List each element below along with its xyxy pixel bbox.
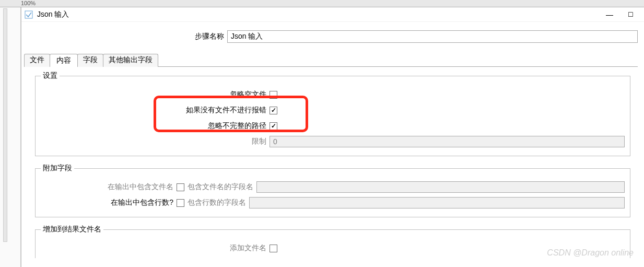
left-gutter (0, 7, 21, 267)
dialog-icon (25, 10, 33, 19)
row-include-filename: 在输出中包含文件名 包含文件名的字段名 (41, 179, 625, 195)
checkbox-include-filename[interactable] (177, 183, 184, 191)
dialog-titlebar: Json 输入 — ☐ (21, 7, 644, 22)
checkbox-ignore-empty-file[interactable] (270, 91, 277, 99)
label-limit: 限制 (41, 137, 270, 146)
row-ignore-empty-file: 忽略空文件 (41, 87, 625, 102)
tab-fields[interactable]: 字段 (77, 54, 103, 67)
group-settings-legend: 设置 (41, 71, 60, 80)
tabstrip: 文件 内容 字段 其他输出字段 (25, 53, 638, 67)
label-include-rownum: 在输出中包含行数? (41, 198, 177, 207)
tab-file[interactable]: 文件 (24, 54, 50, 67)
stepname-label: 步骤名称 (195, 32, 224, 41)
json-input-dialog: Json 输入 — ☐ 步骤名称 文件 内容 字段 其他输出字段 设置 忽略空文… (21, 7, 644, 267)
sublabel-rownum-fieldname: 包含行数的字段名 (188, 198, 246, 207)
label-add-filename: 添加文件名 (41, 243, 270, 253)
label-include-filename: 在输出中包含文件名 (41, 182, 177, 192)
sublabel-filename-fieldname: 包含文件名的字段名 (188, 182, 253, 192)
tab-other-output[interactable]: 其他输出字段 (103, 54, 158, 67)
label-ignore-empty-file: 忽略空文件 (41, 90, 270, 99)
label-no-error-if-no-file: 如果没有文件不进行报错 (41, 106, 270, 115)
label-ignore-incomplete-path: 忽略不完整的路径 (41, 121, 270, 131)
checkbox-add-filename[interactable] (270, 245, 277, 252)
group-additional-fields: 附加字段 在输出中包含文件名 包含文件名的字段名 在输出中包含行数? 包含行数的… (35, 164, 630, 217)
row-ignore-incomplete-path: 忽略不完整的路径 (41, 118, 625, 134)
stepname-input[interactable] (227, 30, 638, 43)
stepname-row: 步骤名称 (28, 30, 638, 43)
gutter-bar (3, 8, 7, 242)
input-rownum-fieldname[interactable] (249, 197, 625, 208)
tab-body-content: 设置 忽略空文件 如果没有文件不进行报错 忽略不完整的路径 限制 (28, 67, 638, 262)
group-add-result: 增加到结果文件名 添加文件名 (35, 225, 630, 258)
checkbox-no-error-if-no-file[interactable] (270, 107, 277, 114)
minimize-button[interactable]: — (599, 7, 620, 22)
checkbox-include-rownum[interactable] (177, 199, 184, 207)
checkbox-ignore-incomplete-path[interactable] (270, 122, 277, 130)
parent-toolbar-fragment: 100% (0, 0, 644, 7)
row-include-rownum: 在输出中包含行数? 包含行数的字段名 (41, 195, 625, 211)
row-no-error-if-no-file: 如果没有文件不进行报错 (41, 102, 625, 118)
group-additional-legend: 附加字段 (41, 164, 74, 173)
maximize-button[interactable]: ☐ (620, 7, 641, 22)
input-limit[interactable] (270, 136, 625, 147)
row-add-filename: 添加文件名 (41, 240, 625, 256)
dialog-content: 步骤名称 文件 内容 字段 其他输出字段 设置 忽略空文件 如果没有文件不进行报… (21, 22, 644, 262)
zoom-fragment: 100% (21, 0, 36, 6)
group-add-result-legend: 增加到结果文件名 (41, 225, 103, 234)
tab-content[interactable]: 内容 (50, 54, 78, 67)
input-filename-fieldname[interactable] (256, 181, 625, 193)
row-limit: 限制 (41, 134, 625, 149)
group-settings: 设置 忽略空文件 如果没有文件不进行报错 忽略不完整的路径 限制 (35, 71, 630, 156)
watermark: CSDN @Dragon online (547, 248, 634, 258)
dialog-title: Json 输入 (37, 10, 69, 19)
